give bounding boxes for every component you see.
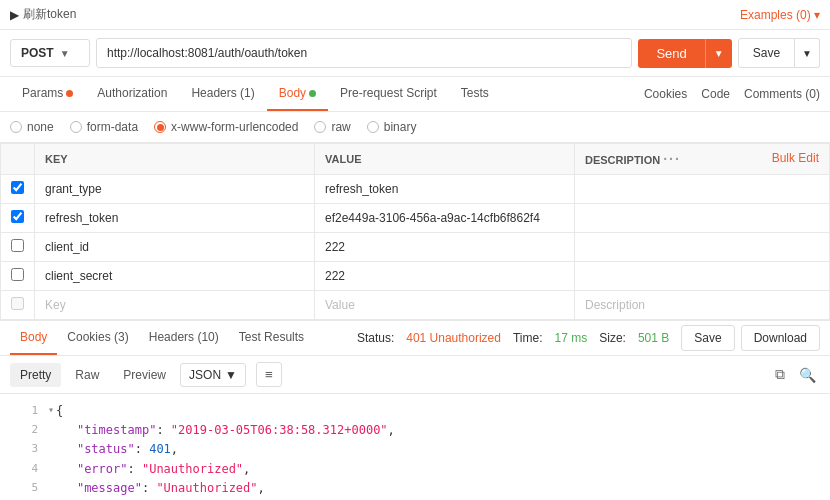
row1-key[interactable]: grant_type xyxy=(35,175,315,204)
row3-value[interactable]: 222 xyxy=(315,233,575,262)
response-save-button[interactable]: Save xyxy=(681,325,734,351)
th-value: VALUE xyxy=(315,144,575,175)
json-line-2: 2 "timestamp": "2019-03-05T06:38:58.312+… xyxy=(10,421,820,440)
row2-checkbox-cell xyxy=(1,204,35,233)
table-row: client_secret 222 xyxy=(1,262,830,291)
option-none-label: none xyxy=(27,120,54,134)
tab-pre-request[interactable]: Pre-request Script xyxy=(328,77,449,111)
th-dots: ··· xyxy=(663,151,681,167)
empty-checkbox xyxy=(11,297,24,310)
comments-link[interactable]: Comments (0) xyxy=(744,87,820,101)
row1-checkbox-cell xyxy=(1,175,35,204)
radio-binary xyxy=(367,121,379,133)
json-label: JSON xyxy=(189,368,221,382)
json-line-5: 5 "message": "Unauthorized", xyxy=(10,479,820,498)
radio-urlencoded xyxy=(154,121,166,133)
option-binary-label: binary xyxy=(384,120,417,134)
save-dropdown-button[interactable]: ▼ xyxy=(795,38,820,68)
response-actions: Save Download xyxy=(681,325,820,351)
bulk-edit-button[interactable]: Bulk Edit xyxy=(772,151,819,165)
save-btn-group: Save ▼ xyxy=(738,38,820,68)
top-bar: ▶ 刷新token Examples (0) ▾ xyxy=(0,0,830,30)
option-urlencoded-label: x-www-form-urlencoded xyxy=(171,120,298,134)
time-value: 17 ms xyxy=(555,331,588,345)
row3-desc[interactable] xyxy=(575,233,830,262)
response-tab-cookies[interactable]: Cookies (3) xyxy=(57,321,138,355)
status-label: Status: xyxy=(357,331,394,345)
response-tab-test-results[interactable]: Test Results xyxy=(229,321,314,355)
tab-headers[interactable]: Headers (1) xyxy=(179,77,266,111)
option-raw[interactable]: raw xyxy=(314,120,350,134)
json-line-4: 4 "error": "Unauthorized", xyxy=(10,460,820,479)
table-row: client_id 222 xyxy=(1,233,830,262)
row2-desc[interactable] xyxy=(575,204,830,233)
resp-format-pretty[interactable]: Pretty xyxy=(10,363,61,387)
option-form-data[interactable]: form-data xyxy=(70,120,138,134)
resp-icons: ⧉ 🔍 xyxy=(771,364,820,385)
breadcrumb-title: 刷新token xyxy=(23,6,76,23)
row4-checkbox-cell xyxy=(1,262,35,291)
json-chevron-icon: ▼ xyxy=(225,368,237,382)
radio-none xyxy=(10,121,22,133)
body-dot xyxy=(309,90,316,97)
json-format-select[interactable]: JSON ▼ xyxy=(180,363,246,387)
tab-authorization[interactable]: Authorization xyxy=(85,77,179,111)
option-binary[interactable]: binary xyxy=(367,120,417,134)
row3-checkbox-cell xyxy=(1,233,35,262)
send-button[interactable]: Send xyxy=(638,39,704,68)
method-chevron-icon: ▼ xyxy=(60,48,70,59)
cookies-link[interactable]: Cookies xyxy=(644,87,687,101)
row1-desc[interactable] xyxy=(575,175,830,204)
row4-key[interactable]: client_secret xyxy=(35,262,315,291)
response-status: Status: 401 Unauthorized Time: 17 ms Siz… xyxy=(357,331,669,345)
row3-key[interactable]: client_id xyxy=(35,233,315,262)
row4-desc[interactable] xyxy=(575,262,830,291)
resp-format-preview[interactable]: Preview xyxy=(113,363,176,387)
tab-tests[interactable]: Tests xyxy=(449,77,501,111)
table-empty-row: Key Value Description xyxy=(1,291,830,320)
empty-key[interactable]: Key xyxy=(35,291,315,320)
row1-value[interactable]: refresh_token xyxy=(315,175,575,204)
option-form-data-label: form-data xyxy=(87,120,138,134)
url-bar: POST ▼ Send ▼ Save ▼ xyxy=(0,30,830,77)
option-raw-label: raw xyxy=(331,120,350,134)
empty-value[interactable]: Value xyxy=(315,291,575,320)
resp-format-raw[interactable]: Raw xyxy=(65,363,109,387)
lines-button[interactable]: ≡ xyxy=(256,362,282,387)
response-tab-body[interactable]: Body xyxy=(10,321,57,355)
th-description: DESCRIPTION ··· Bulk Edit xyxy=(575,144,830,175)
json-line-3: 3 "status": 401, xyxy=(10,440,820,459)
search-icon[interactable]: 🔍 xyxy=(795,364,820,385)
save-button[interactable]: Save xyxy=(738,38,795,68)
response-bar: Body Cookies (3) Headers (10) Test Resul… xyxy=(0,320,830,356)
url-input[interactable] xyxy=(96,38,632,68)
row2-key[interactable]: refresh_token xyxy=(35,204,315,233)
method-select[interactable]: POST ▼ xyxy=(10,39,90,67)
row2-value[interactable]: ef2e449a-3106-456a-a9ac-14cfb6f862f4 xyxy=(315,204,575,233)
table-row: refresh_token ef2e449a-3106-456a-a9ac-14… xyxy=(1,204,830,233)
response-tab-headers[interactable]: Headers (10) xyxy=(139,321,229,355)
radio-form-data xyxy=(70,121,82,133)
th-key: KEY xyxy=(35,144,315,175)
response-toolbar: Pretty Raw Preview JSON ▼ ≡ ⧉ 🔍 xyxy=(0,356,830,394)
examples-link[interactable]: Examples (0) ▾ xyxy=(740,8,820,22)
row3-checkbox[interactable] xyxy=(11,239,24,252)
table-row: grant_type refresh_token xyxy=(1,175,830,204)
response-download-button[interactable]: Download xyxy=(741,325,820,351)
send-dropdown-button[interactable]: ▼ xyxy=(705,39,732,68)
row4-value[interactable]: 222 xyxy=(315,262,575,291)
copy-icon[interactable]: ⧉ xyxy=(771,364,789,385)
code-link[interactable]: Code xyxy=(701,87,730,101)
row4-checkbox[interactable] xyxy=(11,268,24,281)
th-checkbox xyxy=(1,144,35,175)
option-none[interactable]: none xyxy=(10,120,54,134)
empty-desc[interactable]: Description xyxy=(575,291,830,320)
radio-raw xyxy=(314,121,326,133)
tab-params[interactable]: Params xyxy=(10,77,85,111)
row1-checkbox[interactable] xyxy=(11,181,24,194)
status-value: 401 Unauthorized xyxy=(406,331,501,345)
tab-body[interactable]: Body xyxy=(267,77,328,111)
examples-anchor[interactable]: Examples (0) ▾ xyxy=(740,8,820,22)
option-urlencoded[interactable]: x-www-form-urlencoded xyxy=(154,120,298,134)
row2-checkbox[interactable] xyxy=(11,210,24,223)
